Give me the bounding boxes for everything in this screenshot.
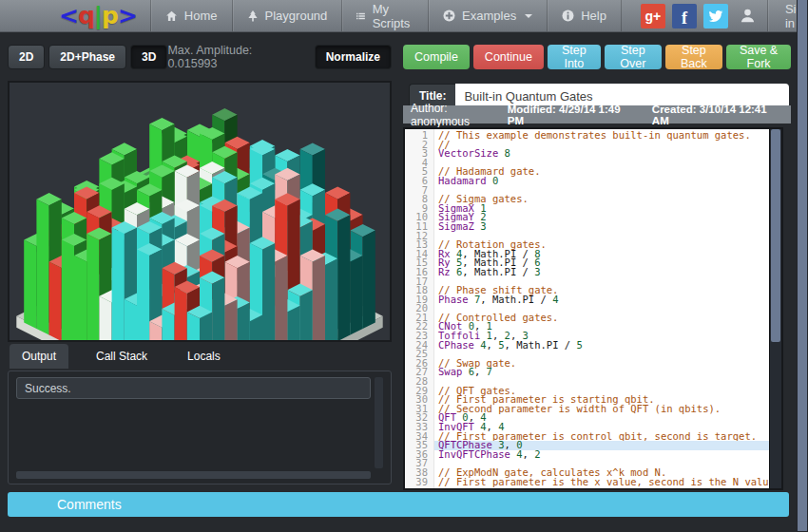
output-message: Success.: [16, 377, 371, 399]
amplitude-3d-plot: [10, 83, 390, 340]
chevron-down-icon: [525, 14, 532, 18]
view-2d-phase-button[interactable]: 2D+Phase: [48, 45, 126, 69]
bottom-tabs: Output Call Stack Locals: [10, 344, 248, 369]
line-number: 4: [405, 159, 434, 168]
line-number: 6: [405, 177, 434, 186]
view-3d-button[interactable]: 3D: [130, 45, 167, 69]
info-icon: [562, 10, 574, 22]
logo-segment: q: [78, 0, 94, 31]
line-number: 39: [405, 478, 434, 487]
facebook-button[interactable]: f: [672, 4, 697, 28]
nav-playground-label: Playground: [265, 9, 328, 23]
nav-my-scripts-label: My Scripts: [373, 2, 414, 30]
code-line[interactable]: 3VectorSize 8: [405, 149, 770, 159]
step-back-button[interactable]: Step Back: [665, 45, 722, 69]
facebook-icon: f: [682, 10, 687, 27]
nav-my-scripts[interactable]: My Scripts: [341, 0, 428, 31]
logo-segment: |: [94, 0, 102, 31]
continue-button[interactable]: Continue: [473, 45, 544, 69]
step-into-button[interactable]: Step Into: [548, 45, 601, 69]
logo-segment: p: [102, 0, 118, 31]
tab-call-stack[interactable]: Call Stack: [84, 344, 160, 369]
quantum-state-3d-view[interactable]: [8, 81, 392, 342]
editor-scrollbar[interactable]: [769, 129, 781, 488]
code-line[interactable]: 11SigmaZ 3: [405, 222, 770, 232]
view-mode-toolbar: 2D 2D+Phase 3D Max. Amplitude: 0.015993 …: [8, 45, 392, 69]
code-line[interactable]: 24CPhase 4, 5, Math.PI / 5: [405, 341, 770, 351]
code-line[interactable]: 39// First parameter is the x value, sec…: [405, 478, 770, 487]
nav-examples[interactable]: Examples: [428, 0, 547, 31]
nav-home-label: Home: [184, 9, 218, 23]
tab-locals[interactable]: Locals: [175, 344, 233, 369]
code-line[interactable]: 16Rz 6, Math.PI / 3: [405, 268, 770, 277]
max-amplitude-label: Max. Amplitude: 0.015993: [167, 44, 302, 70]
step-over-button[interactable]: Step Over: [605, 45, 662, 69]
script-meta-bar: Author: anonymous Modified: 4/29/14 1:49…: [403, 105, 791, 124]
run-toolbar: Compile Continue Step Into Step Over Ste…: [403, 45, 791, 69]
line-number: 7: [405, 186, 434, 196]
tab-output[interactable]: Output: [10, 344, 68, 369]
nav-help[interactable]: Help: [547, 0, 622, 31]
tree-icon: [247, 10, 259, 22]
editor-scrollbar-thumb[interactable]: [771, 129, 780, 342]
code-line[interactable]: 27Swap 6, 7: [405, 368, 770, 377]
code-line[interactable]: 6Hadamard 0: [405, 177, 770, 186]
nav-menu: Home Playground My Scripts Examples: [150, 0, 622, 31]
nav-playground[interactable]: Playground: [232, 0, 342, 31]
view-2d-button[interactable]: 2D: [8, 45, 45, 69]
navbar: <q|p> Home Playground My Scripts Example…: [0, 0, 797, 32]
code-line[interactable]: 19Phase 7, Math.PI / 4: [405, 295, 770, 305]
twitter-bird-icon: [708, 9, 723, 24]
user-icon: [740, 8, 756, 24]
output-vertical-scrollbar[interactable]: [375, 377, 383, 468]
page-scrollbar-thumb[interactable]: [798, 0, 807, 531]
author-label: Author: anonymous: [411, 102, 508, 128]
code-line[interactable]: 1// This example demonstrates built-in q…: [405, 131, 770, 141]
nav-examples-label: Examples: [462, 9, 516, 23]
google-plus-button[interactable]: g+: [641, 4, 665, 28]
line-number: 5: [405, 167, 434, 177]
viz-bars: [24, 108, 375, 340]
comments-header[interactable]: Comments: [8, 492, 789, 517]
plus-circle-icon: [443, 10, 455, 22]
list-icon: [356, 10, 365, 22]
twitter-button[interactable]: [703, 4, 728, 28]
output-horizontal-scrollbar[interactable]: [16, 471, 371, 479]
normalize-button[interactable]: Normalize: [315, 45, 392, 69]
line-number: 3: [405, 149, 434, 159]
social-links: g+ f: [641, 0, 728, 31]
logo-segment: <: [59, 0, 78, 31]
code-line[interactable]: 36InvQFTCPhase 4, 2: [405, 450, 770, 460]
nav-help-label: Help: [581, 9, 606, 23]
created-label: Created: 3/10/14 12:41 AM: [652, 104, 783, 126]
page-scrollbar[interactable]: [797, 0, 808, 532]
line-number: 8: [405, 195, 434, 204]
comments-label: Comments: [57, 497, 122, 512]
app-logo[interactable]: <q|p>: [59, 0, 137, 31]
line-number: 2: [405, 141, 434, 150]
code-editor[interactable]: 1// This example demonstrates built-in q…: [403, 127, 783, 490]
google-plus-icon: g+: [645, 10, 662, 23]
line-number: 1: [405, 131, 434, 141]
modified-label: Modified: 4/29/14 1:49 PM: [508, 104, 637, 126]
home-icon: [165, 10, 178, 22]
save-fork-button[interactable]: Save & Fork: [726, 45, 791, 69]
code-lines: 1// This example demonstrates built-in q…: [405, 131, 770, 486]
output-panel: Success.: [8, 370, 392, 484]
logo-segment: >: [118, 0, 137, 31]
nav-home[interactable]: Home: [150, 0, 232, 31]
compile-button[interactable]: Compile: [403, 45, 470, 69]
